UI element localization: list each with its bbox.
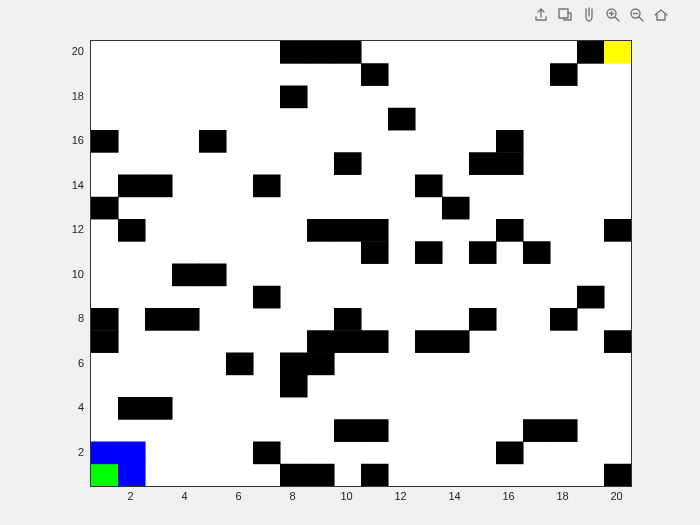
svg-rect-59 (91, 130, 119, 153)
zoom-in-icon[interactable] (604, 6, 622, 24)
svg-rect-10 (118, 442, 146, 465)
brush-icon[interactable] (556, 6, 574, 24)
x-tick-label: 4 (181, 490, 187, 502)
home-icon[interactable] (652, 6, 670, 24)
svg-rect-70 (604, 41, 631, 64)
x-tick-label: 20 (610, 490, 622, 502)
svg-rect-51 (442, 197, 470, 220)
svg-rect-34 (469, 308, 497, 331)
svg-rect-9 (91, 442, 119, 465)
svg-rect-29 (604, 330, 631, 353)
svg-rect-69 (577, 41, 605, 64)
svg-rect-19 (280, 375, 308, 398)
svg-rect-57 (469, 152, 497, 175)
x-tick-label: 14 (448, 490, 460, 502)
svg-rect-66 (280, 41, 308, 64)
svg-rect-48 (496, 219, 524, 242)
svg-rect-50 (91, 197, 119, 220)
svg-rect-16 (550, 419, 578, 442)
heatmap (91, 41, 631, 486)
y-tick-label: 12 (54, 223, 84, 235)
svg-rect-52 (118, 175, 146, 198)
x-tick-label: 8 (289, 490, 295, 502)
svg-rect-49 (604, 219, 631, 242)
svg-rect-23 (91, 330, 119, 353)
svg-rect-46 (334, 219, 362, 242)
svg-rect-58 (496, 152, 524, 175)
svg-rect-65 (550, 63, 578, 86)
pan-icon[interactable] (580, 6, 598, 24)
y-tick-label: 8 (54, 312, 84, 324)
svg-rect-39 (199, 264, 227, 287)
svg-rect-61 (496, 130, 524, 153)
svg-rect-28 (442, 330, 470, 353)
y-tick-label: 16 (54, 134, 84, 146)
svg-rect-12 (496, 442, 524, 465)
svg-rect-32 (172, 308, 200, 331)
svg-rect-8 (604, 464, 631, 486)
svg-rect-38 (172, 264, 200, 287)
svg-rect-24 (307, 330, 335, 353)
svg-rect-5 (280, 464, 308, 486)
axes (90, 40, 632, 487)
svg-rect-4 (118, 464, 146, 486)
svg-rect-3 (91, 464, 119, 486)
svg-rect-33 (334, 308, 362, 331)
x-tick-label: 16 (502, 490, 514, 502)
svg-rect-20 (226, 353, 254, 376)
svg-rect-63 (280, 86, 308, 109)
svg-rect-7 (361, 464, 389, 486)
y-tick-label: 2 (54, 446, 84, 458)
x-tick-label: 2 (127, 490, 133, 502)
svg-rect-25 (334, 330, 362, 353)
svg-rect-45 (307, 219, 335, 242)
svg-rect-11 (253, 442, 281, 465)
y-tick-label: 20 (54, 45, 84, 57)
zoom-out-icon[interactable] (628, 6, 646, 24)
svg-rect-37 (577, 286, 605, 309)
svg-rect-54 (253, 175, 281, 198)
svg-rect-35 (550, 308, 578, 331)
svg-rect-27 (415, 330, 443, 353)
svg-rect-6 (307, 464, 335, 486)
svg-rect-64 (361, 63, 389, 86)
svg-rect-22 (307, 353, 335, 376)
svg-rect-55 (415, 175, 443, 198)
x-tick-label: 10 (340, 490, 352, 502)
figure-toolbar (532, 6, 670, 24)
svg-rect-53 (145, 175, 173, 198)
svg-rect-68 (334, 41, 362, 64)
y-tick-label: 6 (54, 357, 84, 369)
x-tick-label: 6 (235, 490, 241, 502)
svg-rect-67 (307, 41, 335, 64)
y-tick-label: 18 (54, 90, 84, 102)
svg-rect-44 (118, 219, 146, 242)
svg-rect-15 (523, 419, 551, 442)
svg-rect-17 (118, 397, 146, 420)
svg-rect-30 (91, 308, 119, 331)
x-tick-label: 12 (394, 490, 406, 502)
svg-rect-42 (469, 241, 497, 264)
y-tick-label: 14 (54, 179, 84, 191)
svg-rect-18 (145, 397, 173, 420)
svg-rect-60 (199, 130, 227, 153)
svg-rect-43 (523, 241, 551, 264)
y-tick-label: 4 (54, 401, 84, 413)
x-tick-label: 18 (556, 490, 568, 502)
svg-rect-31 (145, 308, 173, 331)
svg-rect-41 (415, 241, 443, 264)
svg-rect-26 (361, 330, 389, 353)
y-tick-label: 10 (54, 268, 84, 280)
svg-rect-40 (361, 241, 389, 264)
svg-rect-56 (334, 152, 362, 175)
svg-rect-13 (334, 419, 362, 442)
svg-rect-47 (361, 219, 389, 242)
share-icon[interactable] (532, 6, 550, 24)
svg-rect-0 (559, 9, 568, 18)
svg-rect-21 (280, 353, 308, 376)
svg-rect-14 (361, 419, 389, 442)
svg-rect-36 (253, 286, 281, 309)
svg-rect-62 (388, 108, 416, 131)
